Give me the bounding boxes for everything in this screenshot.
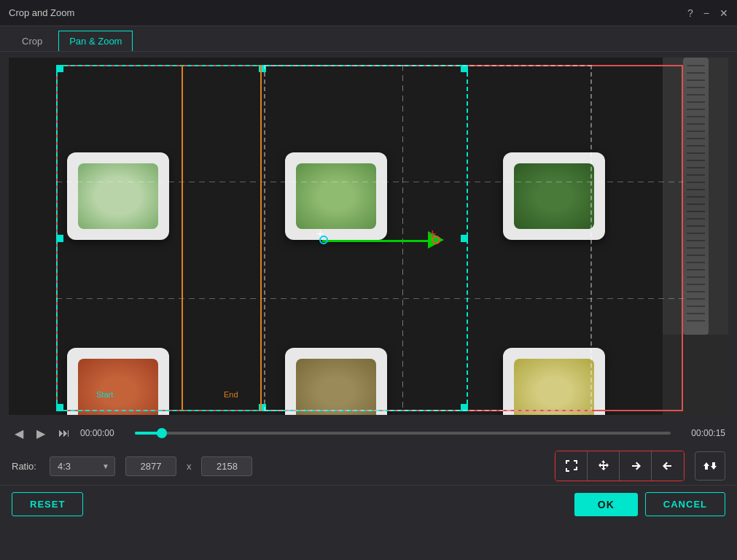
timeline: ◀ ▶ ⏭ 00:00:00 00:00:15 bbox=[0, 419, 737, 447]
tab-crop[interactable]: Crop bbox=[12, 31, 52, 51]
title-bar: Crop and Zoom ? − ✕ bbox=[0, 0, 737, 26]
food-bowl-5 bbox=[285, 348, 387, 415]
close-icon: ✕ bbox=[720, 7, 728, 19]
food-bowl-1 bbox=[67, 152, 169, 240]
grater-cell bbox=[663, 58, 728, 335]
flip-button[interactable] bbox=[695, 451, 725, 481]
expand-icon bbox=[565, 459, 578, 472]
food-grid bbox=[9, 58, 728, 415]
food-herbs bbox=[514, 163, 594, 229]
food-cucumber bbox=[78, 163, 158, 229]
question-icon: ? bbox=[687, 7, 693, 19]
timeline-track[interactable] bbox=[135, 432, 671, 435]
arrow-left-button[interactable] bbox=[652, 451, 684, 481]
controls-bar: Ratio: 4:3 16:9 1:1 9:16 Custom ▼ x bbox=[0, 447, 737, 485]
time-current: 00:00:00 bbox=[80, 428, 128, 438]
grater bbox=[683, 58, 709, 335]
transform-button-group bbox=[555, 451, 685, 481]
food-grain bbox=[296, 359, 376, 415]
food-cell-grain bbox=[227, 335, 445, 415]
move-button[interactable] bbox=[588, 451, 620, 481]
window-title: Crop and Zoom bbox=[9, 7, 74, 18]
expand-button[interactable] bbox=[555, 451, 588, 481]
width-input[interactable] bbox=[125, 456, 176, 476]
food-peas bbox=[296, 163, 376, 229]
play-prev-button[interactable]: ◀ bbox=[12, 427, 26, 440]
close-button[interactable]: ✕ bbox=[720, 7, 728, 19]
tab-bar: Crop Pan & Zoom bbox=[0, 26, 737, 52]
cancel-button[interactable]: CANCEL bbox=[645, 492, 725, 516]
play-button[interactable]: ▶ bbox=[34, 427, 48, 440]
ok-button[interactable]: OK bbox=[574, 493, 638, 516]
play-next-button[interactable]: ⏭ bbox=[55, 427, 73, 440]
ratio-label: Ratio: bbox=[12, 461, 36, 472]
food-cell-cucumber bbox=[9, 58, 227, 335]
food-bowl-4 bbox=[67, 348, 169, 415]
food-bowl-3 bbox=[503, 152, 605, 240]
grater-cell-bottom bbox=[663, 335, 728, 415]
dimension-separator: x bbox=[187, 461, 192, 472]
flip-icon bbox=[703, 459, 717, 473]
timeline-thumb[interactable] bbox=[157, 428, 167, 438]
arrow-left-icon bbox=[661, 459, 674, 472]
video-canvas: + + Start End bbox=[9, 58, 728, 415]
play-prev-icon: ◀ bbox=[15, 427, 23, 440]
help-button[interactable]: ? bbox=[687, 7, 693, 19]
ratio-wrapper: 4:3 16:9 1:1 9:16 Custom ▼ bbox=[50, 456, 115, 476]
play-next-icon: ⏭ bbox=[58, 427, 70, 439]
minimize-button[interactable]: − bbox=[703, 7, 709, 19]
food-bowl-2 bbox=[285, 152, 387, 240]
food-cell-spice bbox=[9, 335, 227, 415]
food-cell-herbs bbox=[445, 58, 663, 335]
video-area: + + Start End bbox=[9, 58, 728, 415]
arrow-right-icon bbox=[629, 459, 642, 472]
minimize-icon: − bbox=[703, 7, 709, 19]
height-input[interactable] bbox=[201, 456, 252, 476]
play-icon: ▶ bbox=[36, 427, 45, 440]
reset-button[interactable]: RESET bbox=[12, 492, 83, 516]
food-cell-lemon bbox=[445, 335, 663, 415]
action-bar: RESET OK CANCEL bbox=[0, 485, 737, 523]
food-cell-peas bbox=[227, 58, 445, 335]
food-spice bbox=[78, 359, 158, 415]
move-icon bbox=[597, 459, 610, 472]
time-end: 00:00:15 bbox=[678, 428, 725, 438]
tab-pan-zoom[interactable]: Pan & Zoom bbox=[58, 31, 133, 51]
ratio-select[interactable]: 4:3 16:9 1:1 9:16 Custom bbox=[50, 456, 115, 476]
food-bowl-6 bbox=[503, 348, 605, 415]
arrow-right-button[interactable] bbox=[620, 451, 652, 481]
food-lemon bbox=[514, 359, 594, 415]
